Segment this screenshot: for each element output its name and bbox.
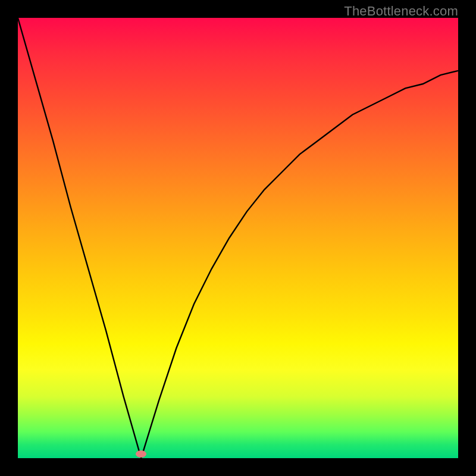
bottleneck-curve [18,18,458,458]
watermark-text: TheBottleneck.com [344,4,458,19]
plot-area [18,18,458,458]
curve-path [18,18,458,458]
chart-frame: TheBottleneck.com [0,0,476,476]
optimum-marker [136,450,146,458]
